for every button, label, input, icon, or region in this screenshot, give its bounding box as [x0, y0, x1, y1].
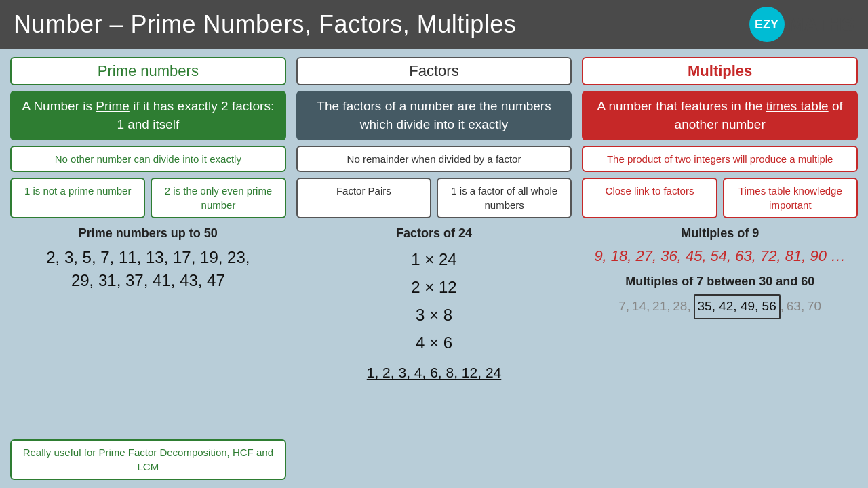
multiples-card2: Times table knowledge important — [723, 178, 858, 218]
logo: EZY MATHS — [749, 7, 854, 42]
factor-pair-3: 3 × 8 — [296, 302, 572, 329]
multiples-def-text: A number that features in the times tabl… — [597, 99, 843, 131]
multiples-7-boxed: 35, 42, 49, 56 — [694, 294, 781, 319]
factors-column: Factors The factors of a number are the … — [296, 57, 572, 480]
multiples-7-after-strikethrough: , 63, 70 — [781, 296, 821, 317]
logo-maths: MATHS — [789, 14, 854, 35]
multiples-sub-info: The product of two integers will produce… — [582, 146, 858, 172]
factors-card1: Factor Pairs — [296, 178, 431, 218]
multiples-7-before-strikethrough: 7, 14, 21, 28, — [618, 296, 693, 317]
multiples-list-label: Multiples of 9 — [582, 226, 858, 241]
prime-sub-info: No other number can divide into it exact… — [10, 146, 286, 172]
prime-list-label: Prime numbers up to 50 — [10, 226, 286, 241]
multiples-column: Multiples A number that features in the … — [582, 57, 858, 480]
prime-cards: 1 is not a prime number 2 is the only ev… — [10, 178, 286, 218]
factors-pairs: 1 × 24 2 × 12 3 × 8 4 × 6 — [296, 246, 572, 357]
logo-ezy: EZY — [755, 18, 778, 32]
content-area: Prime numbers A Number is Prime if it ha… — [0, 49, 868, 488]
factors-header: Factors — [296, 57, 572, 85]
header: Number – Prime Numbers, Factors, Multipl… — [0, 0, 868, 49]
multiples-list: 9, 18, 27, 36, 45, 54, 63, 72, 81, 90 … — [582, 247, 858, 265]
page-title: Number – Prime Numbers, Factors, Multipl… — [14, 10, 516, 39]
prime-list-line2: 29, 31, 37, 41, 43, 47 — [71, 271, 225, 289]
prime-list: 2, 3, 5, 7, 11, 13, 17, 19, 23, 29, 31, … — [10, 246, 286, 291]
factors-list-label: Factors of 24 — [296, 226, 572, 241]
factors-cards: Factor Pairs 1 is a factor of all whole … — [296, 178, 572, 218]
factors-definition: The factors of a number are the numbers … — [296, 91, 572, 140]
multiples-of-7-list: 7, 14, 21, 28, 35, 42, 49, 56, 63, 70 — [582, 294, 858, 319]
multiples-header: Multiples — [582, 57, 858, 85]
multiples-card1: Close link to factors — [582, 178, 717, 218]
factors-all: 1, 2, 3, 4, 6, 8, 12, 24 — [296, 365, 572, 381]
prime-card2: 2 is the only even prime number — [151, 178, 285, 218]
prime-useful: Really useful for Prime Factor Decomposi… — [10, 439, 286, 480]
factor-pair-1: 1 × 24 — [296, 246, 572, 274]
prime-column: Prime numbers A Number is Prime if it ha… — [10, 57, 286, 480]
prime-def-text: A Number is Prime if it has exactly 2 fa… — [22, 99, 274, 131]
multiples-definition: A number that features in the times tabl… — [582, 91, 858, 140]
prime-definition: A Number is Prime if it has exactly 2 fa… — [10, 91, 286, 140]
multiples-cards: Close link to factors Times table knowle… — [582, 178, 858, 218]
prime-card1: 1 is not a prime number — [10, 178, 145, 218]
multiples-of-7-label: Multiples of 7 between 30 and 60 — [582, 274, 858, 289]
factors-card2: 1 is a factor of all whole numbers — [437, 178, 572, 218]
prime-list-line1: 2, 3, 5, 7, 11, 13, 17, 19, 23, — [46, 248, 250, 266]
factor-pair-2: 2 × 12 — [296, 274, 572, 302]
logo-circle: EZY — [749, 7, 785, 42]
factors-sub-info: No remainder when divided by a factor — [296, 146, 572, 172]
prime-header: Prime numbers — [10, 57, 286, 85]
factor-pair-4: 4 × 6 — [296, 329, 572, 357]
